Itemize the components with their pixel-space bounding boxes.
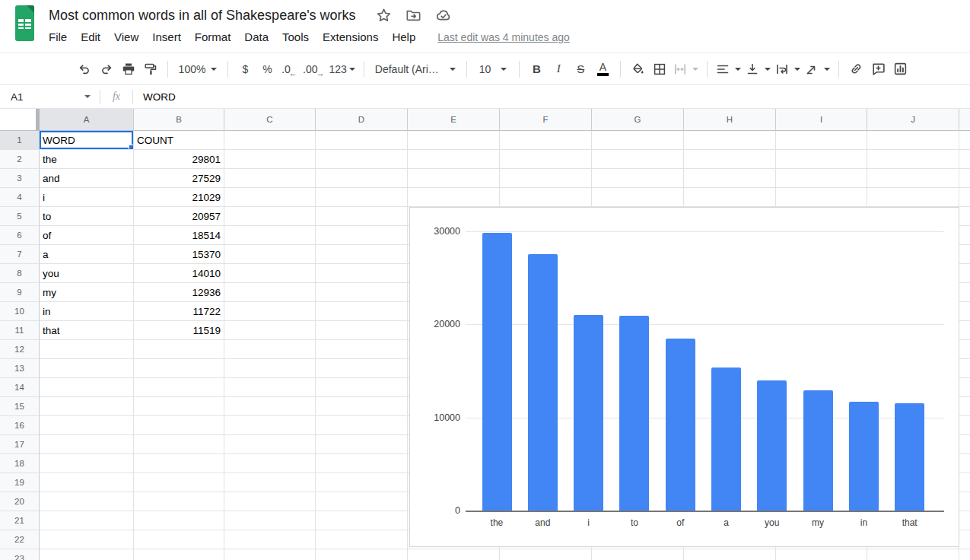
cell-H1[interactable] [684, 131, 776, 150]
cell-C6[interactable] [224, 226, 316, 245]
cell-H2[interactable] [684, 150, 776, 169]
cell-B6[interactable]: 18514 [134, 226, 224, 245]
cell-C14[interactable] [224, 378, 316, 397]
cell-A13[interactable] [40, 359, 134, 378]
cell-A1[interactable]: WORD [40, 131, 134, 150]
bar-of[interactable] [666, 339, 695, 511]
cell-D15[interactable] [316, 397, 408, 416]
cell-B12[interactable] [134, 340, 224, 359]
fill-handle[interactable] [129, 145, 134, 150]
cell-G2[interactable] [592, 150, 684, 169]
cell-C11[interactable] [224, 321, 316, 340]
col-header-F[interactable]: F [500, 109, 592, 131]
cell-E1[interactable] [408, 131, 500, 150]
menu-edit[interactable]: Edit [74, 28, 107, 46]
zoom-select[interactable]: 100% [174, 59, 221, 80]
undo-icon[interactable] [73, 59, 95, 80]
cell-A9[interactable]: my [40, 283, 134, 302]
borders-icon[interactable] [649, 59, 671, 80]
row-header-14[interactable]: 14 [0, 378, 40, 397]
row-header-7[interactable]: 7 [0, 245, 40, 264]
cell-B17[interactable] [134, 435, 224, 454]
vertical-align-icon[interactable] [743, 59, 773, 80]
menu-file[interactable]: File [42, 28, 74, 46]
row-header-6[interactable]: 6 [0, 226, 40, 245]
cell-B15[interactable] [134, 397, 224, 416]
cell-C12[interactable] [224, 340, 316, 359]
row-header-4[interactable]: 4 [0, 188, 40, 207]
cell-C8[interactable] [224, 264, 316, 283]
horizontal-align-icon[interactable] [714, 59, 743, 80]
bar-the[interactable] [482, 233, 512, 511]
cell-B23[interactable] [134, 549, 224, 560]
menu-extensions[interactable]: Extensions [316, 28, 385, 46]
cell-B3[interactable]: 27529 [134, 169, 224, 188]
cell-C4[interactable] [224, 188, 316, 207]
cell-D17[interactable] [316, 435, 408, 454]
bar-in[interactable] [849, 402, 879, 511]
bar-to[interactable] [619, 316, 649, 511]
cell-D11[interactable] [316, 321, 408, 340]
cell-B20[interactable] [134, 492, 224, 511]
cell-J23[interactable] [867, 549, 959, 560]
col-header-J[interactable]: J [867, 109, 959, 131]
cell-A17[interactable] [40, 435, 134, 454]
cell-C2[interactable] [224, 150, 316, 169]
cell-H4[interactable] [684, 188, 776, 207]
col-header-A[interactable]: A [40, 109, 134, 131]
cell-B18[interactable] [134, 454, 224, 473]
cell-F3[interactable] [500, 169, 592, 188]
cell-A20[interactable] [40, 492, 134, 511]
row-header-5[interactable]: 5 [0, 207, 40, 226]
merge-cells-icon[interactable] [671, 59, 701, 80]
row-header-12[interactable]: 12 [0, 340, 40, 359]
increase-decimal-button[interactable]: .00→ [301, 59, 326, 80]
cell-I4[interactable] [776, 188, 867, 207]
cell-C23[interactable] [224, 549, 316, 560]
cell-F23[interactable] [500, 549, 592, 560]
chart-panel[interactable]: 0100002000030000theanditoofayoumyinthat [409, 207, 959, 547]
cell-C22[interactable] [224, 530, 316, 549]
cell-B1[interactable]: COUNT [134, 131, 224, 150]
cell-C13[interactable] [224, 359, 316, 378]
bar-i[interactable] [574, 315, 603, 511]
cell-D13[interactable] [316, 359, 408, 378]
sheets-logo[interactable] [15, 5, 34, 41]
name-box[interactable]: A1 [0, 91, 100, 103]
insert-link-icon[interactable] [845, 59, 867, 80]
cell-A22[interactable] [40, 530, 134, 549]
fill-color-icon[interactable] [627, 59, 649, 80]
cell-B8[interactable]: 14010 [134, 264, 224, 283]
number-format-select[interactable]: 123 [326, 59, 357, 80]
col-header-B[interactable]: B [134, 109, 224, 131]
font-size-select[interactable]: 10 [473, 59, 513, 80]
cell-B9[interactable]: 12936 [134, 283, 224, 302]
select-all-corner[interactable] [0, 109, 40, 131]
cell-F4[interactable] [500, 188, 592, 207]
cell-D1[interactable] [316, 131, 408, 150]
cell-B21[interactable] [134, 511, 224, 530]
cell-D22[interactable] [316, 530, 408, 549]
cell-E2[interactable] [408, 150, 500, 169]
menu-help[interactable]: Help [385, 28, 422, 46]
cloud-check-icon[interactable] [435, 7, 452, 24]
cell-C17[interactable] [224, 435, 316, 454]
row-header-8[interactable]: 8 [0, 264, 40, 283]
cell-A6[interactable]: of [40, 226, 134, 245]
col-header-D[interactable]: D [316, 109, 408, 131]
cell-I1[interactable] [776, 131, 867, 150]
cell-J1[interactable] [867, 131, 959, 150]
cell-A11[interactable]: that [40, 321, 134, 340]
row-header-20[interactable]: 20 [0, 492, 40, 511]
col-header-C[interactable]: C [224, 109, 316, 131]
last-edit-link[interactable]: Last edit was 4 minutes ago [437, 31, 570, 43]
cell-A8[interactable]: you [40, 264, 134, 283]
cell-C16[interactable] [224, 416, 316, 435]
cell-D16[interactable] [316, 416, 408, 435]
strikethrough-button[interactable]: S [570, 59, 592, 80]
cell-G1[interactable] [592, 131, 684, 150]
cell-G4[interactable] [592, 188, 684, 207]
cell-C9[interactable] [224, 283, 316, 302]
bold-button[interactable]: B [526, 59, 548, 80]
row-header-2[interactable]: 2 [0, 150, 40, 169]
